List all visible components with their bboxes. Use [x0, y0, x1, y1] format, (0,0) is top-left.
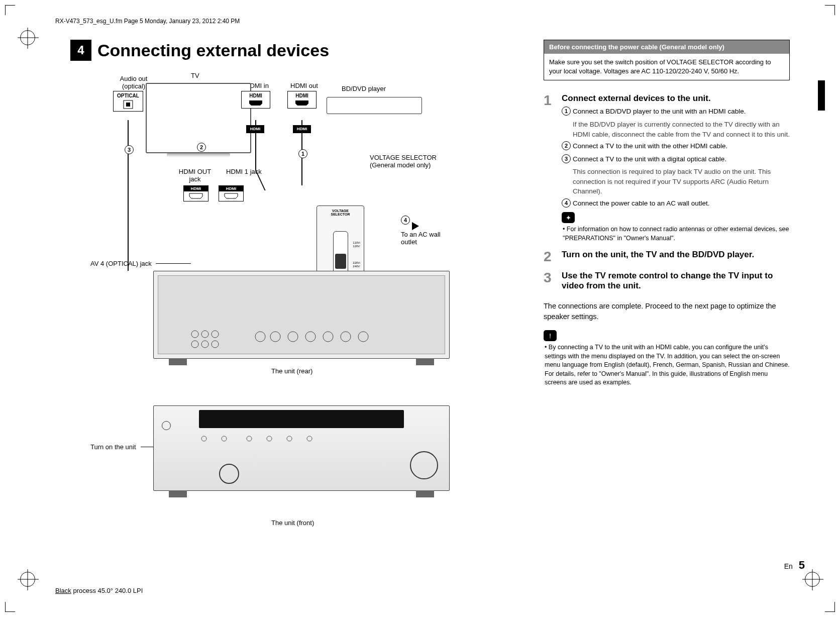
port-hdmi-tag: HDMI [184, 186, 208, 191]
substep-1a: Connect a BD/DVD player to the unit with… [573, 108, 746, 115]
port-hdmi-out-jack: HDMI [183, 185, 208, 201]
svg-point-5 [305, 332, 316, 342]
label-unit-rear: The unit (rear) [271, 367, 312, 375]
label-turn-on: Turn on the unit [90, 443, 136, 451]
substep-1d: Connect the power cable to an AC wall ou… [573, 199, 709, 207]
section-number: 4 [70, 40, 91, 61]
svg-point-18 [267, 436, 272, 441]
step-1: 1 Connect external devices to the unit. … [544, 93, 790, 243]
tip-icon: ✦ [562, 212, 575, 223]
voltage-caption: VOLTAGESELECTOR [317, 209, 364, 216]
label-hdmi-out: HDMI out [290, 82, 318, 89]
substep-num-4: 4 [562, 198, 571, 208]
svg-point-15 [201, 436, 206, 441]
port-optical-label: OPTICAL [117, 93, 139, 98]
svg-point-7 [341, 332, 351, 342]
svg-point-8 [358, 332, 368, 342]
infobox-body: Make sure you set the switch position of… [544, 54, 789, 80]
bddvd-icon [327, 97, 422, 114]
voltage-v1: 110V-120V [353, 241, 361, 248]
unit-front-panel [153, 405, 450, 491]
diagram-callout-2: 2 [197, 143, 206, 152]
leader-line [156, 263, 191, 264]
step-number: 3 [544, 271, 556, 294]
step-2: 2 Turn on the unit, the TV and the BD/DV… [544, 250, 790, 264]
svg-point-20 [307, 436, 312, 441]
section-heading: Connecting external devices [97, 41, 329, 60]
label-unit-front: The unit (front) [271, 519, 314, 527]
voltage-v2: 220V-240V [353, 261, 361, 268]
svg-point-12 [191, 341, 198, 348]
svg-point-3 [270, 332, 280, 342]
substep-num-3: 3 [562, 154, 571, 163]
diagram-callout-4: 4 [401, 216, 410, 225]
step-number: 2 [544, 250, 556, 264]
port-hdmi-out: HDMI [287, 91, 317, 109]
step-number: 1 [544, 93, 556, 243]
substep-1a-detail: If the BD/DVD player is currently connec… [573, 120, 790, 139]
page-lang: En [784, 562, 793, 570]
step-heading: Connect external devices to the unit. [562, 93, 790, 104]
step-heading: Turn on the unit, the TV and the BD/DVD … [562, 250, 754, 260]
voltage-info-box: Before connecting the power cable (Gener… [544, 40, 790, 80]
svg-point-14 [212, 341, 219, 348]
port-hdmi-in: HDMI [241, 91, 270, 109]
page-number: En 5 [784, 559, 805, 572]
label-hdmi1-jack: HDMI 1 jack [226, 168, 262, 175]
page-num-value: 5 [799, 559, 805, 571]
substep-1c: Connect a TV to the unit with a digital … [573, 155, 726, 163]
arrow-right-icon [412, 222, 419, 230]
label-voltage: VOLTAGE SELECTOR(General model only) [370, 154, 455, 169]
label-av4-jack: AV 4 (OPTICAL) jack [90, 260, 152, 267]
svg-point-2 [255, 332, 265, 342]
svg-point-13 [201, 341, 208, 348]
substep-num-1: 1 [562, 107, 571, 116]
substep-1b: Connect a TV to the unit with the other … [573, 142, 727, 150]
note-icon: ! [544, 330, 557, 341]
port-hdmi-label: HDMI [249, 93, 262, 98]
svg-point-4 [288, 332, 298, 342]
cable-line [128, 120, 129, 271]
input-knob-icon [219, 464, 239, 484]
header-meta: RX-V473_573_esg_U.fm Page 5 Monday, Janu… [55, 18, 810, 25]
port-hdmi1-jack: HDMI [219, 185, 244, 201]
infobox-title: Before connecting the power cable (Gener… [544, 40, 789, 54]
svg-point-16 [222, 436, 227, 441]
rear-jacks-icon [160, 317, 441, 352]
connection-diagram: Audio out(optical) TV HDMI in HDMI out B… [70, 70, 462, 381]
tv-icon [146, 83, 251, 153]
front-buttons-icon [199, 434, 390, 444]
hdmi-plug-tag: HDMI [246, 125, 264, 133]
label-hdmi-out-jack: HDMI OUTjack [175, 168, 215, 183]
tip-text: For information on how to connect radio … [563, 225, 790, 243]
label-bddvd: BD/DVD player [342, 85, 386, 92]
volume-knob-icon [410, 451, 438, 479]
footer-b: process 45.0° 240.0 LPI [71, 587, 143, 594]
label-tv: TV [191, 72, 199, 79]
svg-point-6 [323, 332, 333, 342]
label-to-ac: To an AC walloutlet [401, 231, 456, 246]
power-button-icon [162, 421, 171, 430]
port-optical: OPTICAL [113, 91, 143, 112]
svg-point-10 [201, 331, 208, 338]
svg-point-9 [191, 331, 198, 338]
hdmi-plug-tag: HDMI [293, 125, 311, 133]
svg-point-11 [212, 331, 219, 338]
port-hdmi-label: HDMI [295, 93, 308, 98]
step-3: 3 Use the TV remote control to change th… [544, 271, 790, 294]
diagram-callout-1: 1 [298, 149, 307, 158]
unit-rear-panel [153, 271, 450, 359]
diagram-callout-3: 3 [125, 145, 134, 154]
svg-point-19 [287, 436, 292, 441]
svg-rect-1 [126, 102, 130, 107]
note-text: By connecting a TV to the unit with an H… [545, 343, 790, 387]
svg-point-17 [247, 436, 252, 441]
section-title: 4 Connecting external devices [70, 40, 529, 61]
footer-a: Black [55, 587, 71, 594]
step-heading: Use the TV remote control to change the … [562, 271, 790, 291]
display-panel [199, 410, 404, 428]
closing-paragraph: The connections are complete. Proceed to… [544, 301, 790, 322]
port-hdmi-tag: HDMI [219, 186, 243, 191]
substep-num-2: 2 [562, 141, 571, 150]
footer-meta: Black process 45.0° 240.0 LPI [55, 587, 143, 594]
